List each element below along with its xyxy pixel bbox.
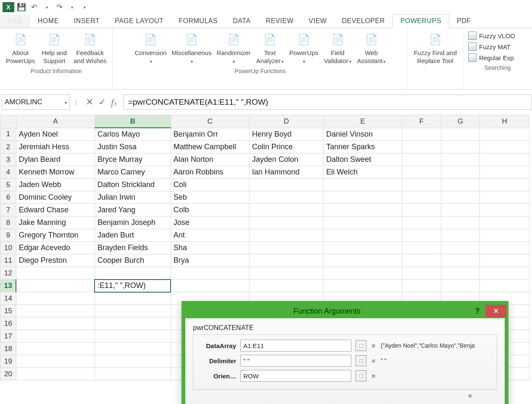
cell[interactable]: Benjamin Joseph <box>95 217 171 229</box>
ribbon-btn-web-assistant[interactable]: 📄WebAssistant <box>355 30 388 67</box>
ribbon-item-fuzzy-vloo[interactable]: Fuzzy VLOO <box>468 32 527 40</box>
fx-icon[interactable]: fx <box>111 97 117 108</box>
cell[interactable]: Bryce Murray <box>95 153 171 166</box>
cell[interactable] <box>16 292 95 305</box>
cell[interactable] <box>441 153 479 166</box>
param-input[interactable]: ROW <box>240 370 351 382</box>
ribbon-btn-randomizer[interactable]: 📄Randomizer <box>214 30 253 67</box>
cell[interactable] <box>402 242 441 254</box>
cell[interactable] <box>402 153 441 166</box>
cell[interactable]: Sha <box>171 242 249 254</box>
cell[interactable]: Jeremiah Hess <box>16 141 95 153</box>
ribbon-btn-fuzzy-find-and-replace-tool[interactable]: 📄Fuzzy Find andReplace Tool <box>411 30 459 67</box>
col-header-F[interactable]: F <box>402 115 441 128</box>
cell[interactable] <box>441 204 479 217</box>
row-header[interactable]: 14 <box>0 292 16 305</box>
cell[interactable] <box>16 280 95 292</box>
tab-powerups[interactable]: POWERUPS <box>392 14 449 28</box>
ribbon-btn-feedback-and-wishes[interactable]: 📄Feedbackand Wishes <box>71 30 109 67</box>
ribbon-btn-about-powerups[interactable]: 📄AboutPowerUps <box>3 30 37 67</box>
cell[interactable] <box>402 179 441 191</box>
cell[interactable] <box>402 191 441 204</box>
row-header[interactable]: 15 <box>0 305 16 317</box>
cell[interactable]: Coli <box>171 179 249 191</box>
cell[interactable] <box>95 355 171 368</box>
cell[interactable] <box>441 242 479 254</box>
cell[interactable] <box>480 166 529 179</box>
cell[interactable] <box>480 280 529 292</box>
cell[interactable] <box>480 179 529 191</box>
cell[interactable]: Cooper Burch <box>95 254 171 267</box>
cell[interactable]: Jose <box>171 217 249 229</box>
cell[interactable] <box>441 179 479 191</box>
cell[interactable]: Ian Hammond <box>249 166 324 179</box>
dialog-titlebar[interactable]: Function Arguments ? ✕ <box>184 304 506 318</box>
cell[interactable]: Colin Prince <box>249 141 324 153</box>
cell[interactable]: Dalton Strickland <box>95 179 171 191</box>
row-header[interactable]: 5 <box>0 179 16 191</box>
cell[interactable]: Julian Irwin <box>95 191 171 204</box>
ribbon-item-regular-exp[interactable]: Regular Exp <box>468 53 527 62</box>
cell[interactable]: Brayden Fields <box>95 242 171 254</box>
cell[interactable] <box>249 229 324 242</box>
tab-file[interactable]: FILE <box>0 15 30 28</box>
cell[interactable]: Dominic Cooley <box>16 191 95 204</box>
save-icon[interactable]: 💾 <box>16 2 27 13</box>
cell[interactable] <box>480 204 529 217</box>
param-input[interactable]: A1:E11 <box>240 340 351 351</box>
chevron-down-icon[interactable] <box>65 98 67 106</box>
accept-formula-icon[interactable]: ✓ <box>98 97 106 108</box>
name-box[interactable]: AMORLINC <box>2 95 70 110</box>
cell[interactable] <box>441 166 479 179</box>
cell[interactable] <box>441 280 479 292</box>
cell[interactable]: Ayden Noel <box>16 128 95 141</box>
ribbon-btn-field-validator[interactable]: 📄FieldValidator <box>321 30 355 67</box>
cell[interactable]: Marco Carney <box>95 166 171 179</box>
cell[interactable] <box>95 343 171 355</box>
cell[interactable]: Dylan Beard <box>16 153 95 166</box>
cell[interactable]: Jaden Burt <box>95 229 171 242</box>
cell[interactable]: :E11," ",ROW) <box>95 280 171 292</box>
cell[interactable]: Jake Manning <box>16 217 95 229</box>
undo-dropdown-icon[interactable]: ▾ <box>41 2 52 13</box>
help-icon[interactable]: ? <box>469 307 485 316</box>
cell[interactable] <box>441 191 479 204</box>
ribbon-item-fuzzy-mat[interactable]: Fuzzy MAT <box>468 42 527 51</box>
row-header[interactable]: 3 <box>0 153 16 166</box>
cell[interactable] <box>402 229 441 242</box>
col-header-B[interactable]: B <box>95 115 171 128</box>
redo-dropdown-icon[interactable]: ▾ <box>66 2 77 13</box>
close-icon[interactable]: ✕ <box>485 305 506 317</box>
cell[interactable]: Justin Sosa <box>95 141 171 153</box>
cell[interactable] <box>324 179 402 191</box>
ribbon-btn-text-analyzer[interactable]: 📄TextAnalyzer <box>253 30 287 67</box>
row-header[interactable]: 6 <box>0 191 16 204</box>
cell[interactable]: Seb <box>171 191 249 204</box>
cell[interactable] <box>480 242 529 254</box>
row-header[interactable]: 12 <box>0 267 16 280</box>
cell[interactable] <box>402 204 441 217</box>
tab-pdf[interactable]: PDF <box>449 15 479 28</box>
cell[interactable]: Eli Welch <box>324 166 402 179</box>
cell[interactable] <box>249 267 324 280</box>
param-input[interactable]: " " <box>240 355 351 367</box>
cell[interactable]: Benjamin Orr <box>171 128 249 141</box>
cell[interactable]: Ant <box>171 229 249 242</box>
cell[interactable] <box>441 217 479 229</box>
cell[interactable]: Jaden Webb <box>16 179 95 191</box>
select-all-corner[interactable] <box>0 115 16 128</box>
tab-review[interactable]: REVIEW <box>258 15 301 28</box>
cell[interactable]: Diego Preston <box>16 254 95 267</box>
cell[interactable] <box>16 317 95 330</box>
cell[interactable] <box>95 292 171 305</box>
tab-home[interactable]: HOME <box>30 15 66 28</box>
cell[interactable] <box>480 191 529 204</box>
cell[interactable]: Jared Yang <box>95 204 171 217</box>
row-header[interactable]: 7 <box>0 204 16 217</box>
cell[interactable]: Matthew Campbell <box>171 141 249 153</box>
row-header[interactable]: 1 <box>0 128 16 141</box>
col-header-E[interactable]: E <box>324 115 402 128</box>
row-header[interactable]: 10 <box>0 242 16 254</box>
ribbon-btn-help-and-support[interactable]: 📄Help andSupport <box>37 30 71 67</box>
cell[interactable] <box>402 254 441 267</box>
